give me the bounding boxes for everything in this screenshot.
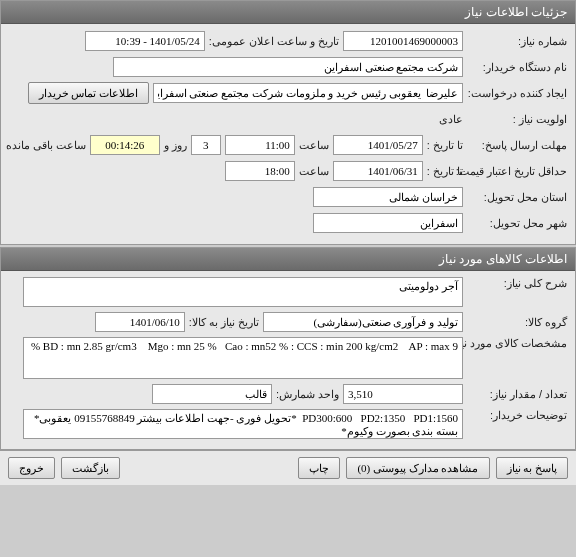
validity-time-field[interactable] <box>225 161 295 181</box>
city-label: شهر محل تحویل: <box>467 217 567 230</box>
to-date-label: تا تاریخ : <box>427 139 463 152</box>
need-no-label: شماره نیاز: <box>467 35 567 48</box>
qty-field[interactable] <box>343 384 463 404</box>
panel1-header: جزئیات اطلاعات نیاز <box>1 1 575 24</box>
reply-button[interactable]: پاسخ به نیاز <box>496 457 569 479</box>
button-bar: پاسخ به نیاز مشاهده مدارک پیوستی (0) چاپ… <box>0 450 576 485</box>
desc-label: شرح کلی نیاز: <box>467 277 567 290</box>
requester-field[interactable] <box>153 83 463 103</box>
panel2-title: اطلاعات کالاهای مورد نیاز <box>439 252 567 266</box>
deadline-date-field[interactable] <box>333 135 423 155</box>
hours-label: ساعت باقی مانده <box>6 139 86 152</box>
buyer-org-field[interactable] <box>113 57 463 77</box>
spec-field[interactable] <box>23 337 463 379</box>
desc-field[interactable] <box>23 277 463 307</box>
print-button[interactable]: چاپ <box>298 457 340 479</box>
buyer-notes-label: توضیحات خریدار: <box>467 409 567 422</box>
province-label: استان محل تحویل: <box>467 191 567 204</box>
validity-date-field[interactable] <box>333 161 423 181</box>
panel2-header: اطلاعات کالاهای مورد نیاز <box>1 248 575 271</box>
need-no-field[interactable] <box>343 31 463 51</box>
need-details-panel: جزئیات اطلاعات نیاز شماره نیاز: تاریخ و … <box>0 0 576 245</box>
back-button[interactable]: بازگشت <box>61 457 120 479</box>
goods-panel: اطلاعات کالاهای مورد نیاز شرح کلی نیاز: … <box>0 247 576 450</box>
attachments-button[interactable]: مشاهده مدارک پیوستی (0) <box>346 457 489 479</box>
deadline-time-field[interactable] <box>225 135 295 155</box>
qty-label: تعداد / مقدار نیاز: <box>467 388 567 401</box>
to-date-label-2: تا تاریخ : <box>427 165 463 178</box>
exit-button[interactable]: خروج <box>8 457 55 479</box>
hours-field[interactable] <box>90 135 160 155</box>
buyer-org-label: نام دستگاه خریدار: <box>467 61 567 74</box>
buyer-notes-field[interactable] <box>23 409 463 439</box>
announce-field[interactable] <box>85 31 205 51</box>
days-label: روز و <box>164 139 187 152</box>
validity-label: حداقل تاریخ اعتبار قیمت: <box>467 165 567 178</box>
group-field[interactable] <box>263 312 463 332</box>
requester-label: ایجاد کننده درخواست: <box>467 87 567 100</box>
panel1-title: جزئیات اطلاعات نیاز <box>465 5 567 19</box>
panel1-body: شماره نیاز: تاریخ و ساعت اعلان عمومی: نا… <box>1 24 575 244</box>
need-date-field[interactable] <box>95 312 185 332</box>
panel2-body: شرح کلی نیاز: گروه کالا: تاریخ نیاز به ک… <box>1 271 575 449</box>
announce-label: تاریخ و ساعت اعلان عمومی: <box>209 35 339 48</box>
unit-label: واحد شمارش: <box>276 388 339 401</box>
days-field[interactable] <box>191 135 221 155</box>
group-label: گروه کالا: <box>467 316 567 329</box>
buyer-contact-button[interactable]: اطلاعات تماس خریدار <box>28 82 150 104</box>
province-field[interactable] <box>313 187 463 207</box>
city-field[interactable] <box>313 213 463 233</box>
spacer <box>126 457 292 479</box>
time-label-2: ساعت <box>299 165 329 178</box>
priority-value: عادی <box>439 113 463 126</box>
deadline-label: مهلت ارسال پاسخ: <box>467 139 567 152</box>
spec-label: مشخصات کالای مورد نیاز: <box>467 337 567 350</box>
unit-field[interactable] <box>152 384 272 404</box>
priority-label: اولویت نیاز : <box>467 113 567 126</box>
need-date-label: تاریخ نیاز به کالا: <box>189 316 259 329</box>
time-label-1: ساعت <box>299 139 329 152</box>
